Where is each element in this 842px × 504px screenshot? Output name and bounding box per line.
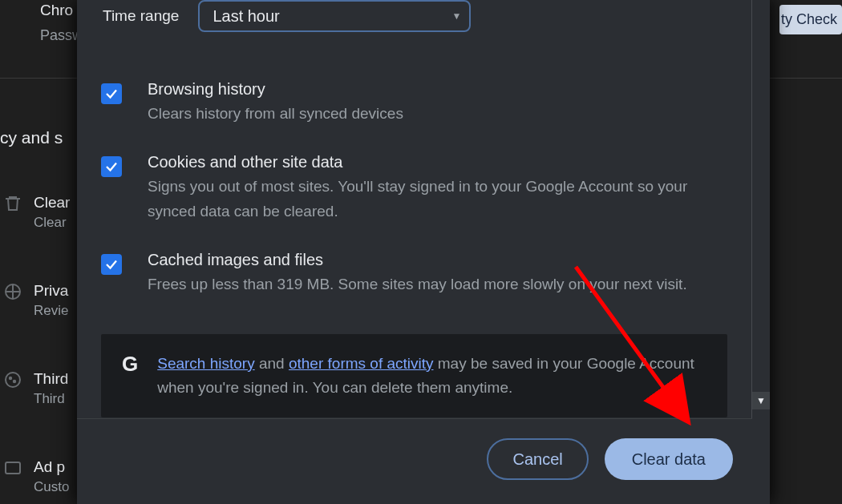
bg-item-sub: Clear	[34, 215, 70, 231]
cancel-button[interactable]: Cancel	[487, 438, 588, 480]
option-browsing-history: Browsing history Clears history from all…	[101, 80, 727, 126]
bg-chrome-title: Chro	[40, 2, 73, 19]
option-title: Cached images and files	[148, 251, 687, 269]
svg-point-3	[14, 381, 15, 382]
option-sub: Clears history from all synced devices	[148, 102, 403, 126]
bg-item-sub: Custo	[34, 479, 69, 495]
bg-item-sub: Revie	[34, 303, 68, 319]
checkbox-cookies[interactable]	[101, 156, 122, 177]
time-range-value: Last hour	[213, 7, 279, 26]
chevron-down-icon: ▼	[452, 10, 462, 22]
bg-item-title[interactable]: Ad p	[34, 458, 69, 476]
svg-point-2	[10, 377, 11, 379]
time-range-select[interactable]: Last hour ▼	[198, 0, 471, 32]
checkbox-browsing-history[interactable]	[101, 83, 122, 104]
trash-icon	[3, 194, 22, 213]
info-text: Search history and other forms of activi…	[157, 352, 706, 401]
ad-icon	[3, 458, 22, 478]
clear-browsing-data-dialog: Time range Last hour ▼ Browsing history …	[77, 0, 770, 504]
option-cached: Cached images and files Frees up less th…	[101, 251, 727, 296]
chevron-down-icon: ▼	[756, 395, 766, 406]
dialog-footer: Cancel Clear data	[77, 418, 752, 504]
safety-check-chip[interactable]: ty Check	[779, 5, 842, 34]
option-sub: Frees up less than 319 MB. Some sites ma…	[148, 272, 687, 296]
link-search-history[interactable]: Search history	[157, 355, 254, 372]
option-title: Browsing history	[148, 80, 403, 99]
option-title: Cookies and other site data	[148, 153, 725, 171]
svg-point-1	[6, 373, 20, 387]
link-other-activity[interactable]: other forms of activity	[289, 355, 434, 372]
google-g-icon: G	[122, 353, 138, 374]
scrollbar-down-button[interactable]: ▼	[752, 392, 770, 409]
svg-rect-4	[6, 462, 20, 474]
dialog-body: Time range Last hour ▼ Browsing history …	[77, 0, 770, 504]
option-sub: Signs you out of most sites. You'll stay…	[148, 175, 725, 224]
shield-icon	[3, 282, 22, 301]
checkbox-cached[interactable]	[101, 254, 122, 275]
bg-item-title[interactable]: Third	[34, 370, 68, 388]
option-cookies: Cookies and other site data Signs you ou…	[101, 153, 727, 224]
bg-section-heading: cy and s	[0, 128, 63, 147]
bg-item-title[interactable]: Clear	[34, 194, 70, 212]
cookie-icon	[3, 370, 22, 389]
clear-data-button[interactable]: Clear data	[605, 438, 733, 480]
time-range-row: Time range Last hour ▼	[77, 0, 751, 40]
google-account-info-banner: G Search history and other forms of acti…	[101, 334, 727, 418]
time-range-label: Time range	[103, 7, 179, 25]
bg-item-sub: Third	[34, 391, 68, 407]
bg-item-title[interactable]: Priva	[34, 282, 68, 300]
